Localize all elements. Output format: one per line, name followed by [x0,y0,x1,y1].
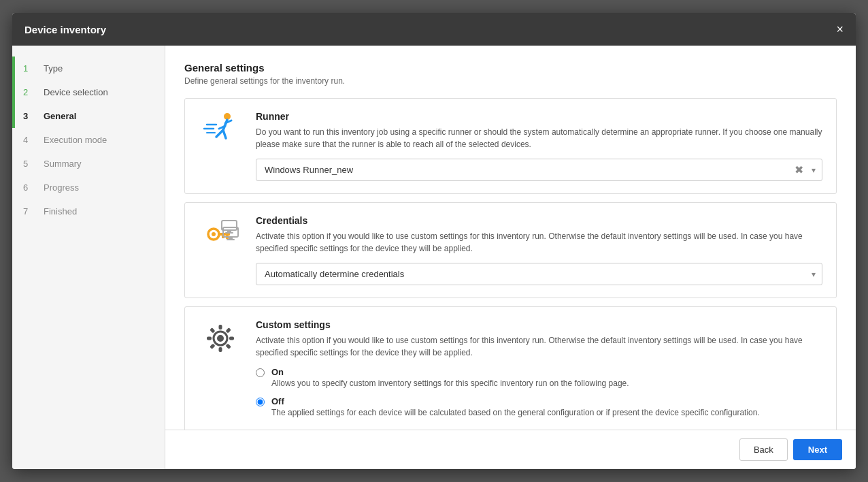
runner-icon [201,111,239,149]
next-button[interactable]: Next [793,439,842,460]
sidebar: 1 Type 2 Device selection 3 General 4 Ex… [12,46,165,469]
radio-on-item: On Allows you to specify custom inventor… [256,367,822,388]
gear-icon [201,319,239,357]
modal-title: Device inventory [24,24,106,35]
green-indicator [12,57,15,80]
modal-body: 1 Type 2 Device selection 3 General 4 Ex… [12,46,856,469]
runner-select-wrapper: Windows Runner_new Linux Runner Auto ✖ ▾ [256,159,822,181]
radio-off-desc: The applied settings for each device wil… [271,408,760,417]
runner-icon-container [199,111,242,149]
sidebar-item-type[interactable]: 1 Type [12,57,165,80]
custom-settings-icon-container [199,319,242,357]
sidebar-item-execution-mode[interactable]: 4 Execution mode [12,128,165,152]
svg-rect-19 [227,239,235,240]
runner-card-content: Runner Do you want to run this inventory… [256,111,822,181]
radio-off-item: Off The applied settings for each device… [256,396,822,417]
svg-rect-15 [227,230,231,232]
sidebar-label-execution-mode: Execution mode [44,135,107,145]
custom-settings-title: Custom settings [256,319,822,330]
sidebar-item-general[interactable]: 3 General [12,104,165,128]
radio-off-label[interactable]: Off [271,396,284,406]
step-num-7: 7 [23,206,37,216]
sidebar-item-summary[interactable]: 5 Summary [12,152,165,176]
svg-point-10 [212,232,216,236]
radio-on-label[interactable]: On [271,367,284,377]
svg-rect-16 [225,232,233,234]
svg-line-4 [216,130,223,137]
svg-rect-23 [229,337,234,340]
credentials-card: Credentials Activate this option if you … [184,202,837,298]
sidebar-label-summary: Summary [44,159,82,169]
content-scroll: General settings Define general settings… [165,46,856,430]
sidebar-label-progress: Progress [44,182,79,193]
back-button[interactable]: Back [739,438,788,461]
custom-settings-radio-group: On Allows you to specify custom inventor… [256,367,822,417]
content-area: General settings Define general settings… [165,46,856,469]
svg-rect-26 [210,343,215,349]
sidebar-label-general: General [44,111,76,121]
radio-on-desc: Allows you to specify custom inventory s… [271,379,629,388]
credentials-description: Activate this option if you would like t… [256,230,822,255]
svg-line-5 [223,130,226,138]
section-title: General settings [184,62,837,74]
runner-clear-button[interactable]: ✖ [795,165,803,176]
credentials-card-content: Credentials Activate this option if you … [256,215,822,285]
custom-settings-description: Activate this option if you would like t… [256,334,822,359]
green-indicator-3 [12,104,15,128]
custom-settings-card-content: Custom settings Activate this option if … [256,319,822,425]
close-button[interactable]: × [836,23,844,35]
modal-footer: Back Next [165,430,856,469]
credentials-title: Credentials [256,215,822,226]
credentials-icon-container [199,215,242,253]
svg-rect-18 [229,237,233,239]
svg-rect-25 [219,347,222,352]
svg-rect-28 [210,327,215,333]
green-indicator-2 [12,80,15,104]
sidebar-item-device-selection[interactable]: 2 Device selection [12,80,165,104]
sidebar-label-type: Type [44,63,63,74]
sidebar-item-finished[interactable]: 7 Finished [12,199,165,223]
section-subtitle: Define general settings for the inventor… [184,76,837,86]
sidebar-label-finished: Finished [44,206,77,216]
svg-rect-27 [207,337,212,340]
step-num-1: 1 [23,63,37,74]
radio-off-content: Off The applied settings for each device… [271,396,760,417]
svg-rect-21 [219,325,222,330]
step-num-3: 3 [23,111,37,121]
step-num-5: 5 [23,159,37,169]
runner-card: Runner Do you want to run this inventory… [184,98,837,194]
radio-on-content: On Allows you to specify custom inventor… [271,367,629,388]
svg-point-20 [217,335,224,342]
svg-rect-14 [222,221,237,230]
sidebar-item-progress[interactable]: 6 Progress [12,176,165,199]
custom-settings-card: Custom settings Activate this option if … [184,306,837,430]
radio-off[interactable] [256,398,265,406]
step-num-4: 4 [23,135,37,145]
credentials-select-wrapper: Automatically determine credentials Use … [256,263,822,285]
runner-select[interactable]: Windows Runner_new Linux Runner Auto [256,159,822,181]
runner-description: Do you want to run this inventory job us… [256,126,822,150]
modal-header: Device inventory × [12,13,856,46]
credentials-icon [201,215,239,253]
sidebar-label-device-selection: Device selection [44,87,108,97]
runner-title: Runner [256,111,822,122]
credentials-select[interactable]: Automatically determine credentials Use … [256,263,822,285]
svg-rect-24 [225,343,231,349]
svg-rect-22 [225,327,231,333]
radio-on[interactable] [256,368,265,377]
step-num-6: 6 [23,182,37,193]
step-num-2: 2 [23,87,37,97]
modal: Device inventory × 1 Type 2 Device selec… [12,13,856,469]
